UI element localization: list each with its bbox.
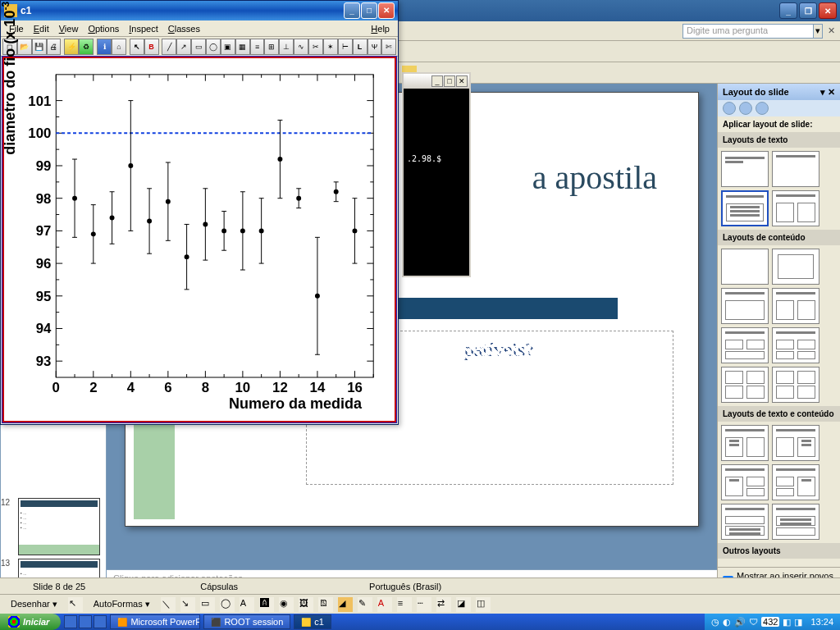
tb-curve[interactable]: ∿ [294,39,308,55]
term-min-button[interactable]: _ [431,75,443,87]
menu-view[interactable]: View [54,23,84,34]
layout-option[interactable] [721,327,769,363]
clock[interactable]: 13:24 [810,617,833,627]
tb-arrow[interactable]: ↗ [176,39,191,55]
draw-menu[interactable]: Desenhar ▾ [5,596,63,612]
start-button[interactable]: Iniciar [0,614,61,630]
tray-badge[interactable]: 432 [761,617,779,627]
picture-tool[interactable]: 🖻 [318,597,333,612]
tb-flash[interactable]: ⚡ [64,39,79,55]
tb-line[interactable]: ╱ [162,39,176,55]
3d-style[interactable]: ◫ [476,597,491,612]
thumb-12[interactable]: ▪ ...▪ ...▪ ...▪ ... [18,498,100,555]
tb-refresh[interactable]: ♻ [79,39,94,55]
layout-option[interactable] [772,504,819,540]
minimize-button[interactable]: _ [779,2,797,19]
term-max-button[interactable]: □ [444,75,455,87]
wordart-tool[interactable]: 🅰 [259,597,274,612]
layout-option[interactable] [772,327,819,363]
menu-options[interactable]: Options [83,23,124,34]
textbox-tool[interactable]: A [240,597,254,612]
line-color[interactable]: ✎ [358,597,372,612]
tray-icon[interactable]: ◨ [794,617,802,628]
question-dropdown[interactable]: ▾ [813,24,823,39]
menu-edit[interactable]: Edit [29,23,54,34]
arrow-style[interactable]: ⇄ [436,597,451,612]
tray-icon[interactable]: ◐ [723,617,731,628]
close-button[interactable]: ✕ [819,2,837,19]
menu-help[interactable]: Help [366,23,395,34]
arrow-tool[interactable]: ↘ [180,597,195,612]
tb-psi[interactable]: Ψ [368,39,382,55]
layout-option[interactable] [721,367,769,403]
tb-pave[interactable]: ▦ [235,39,250,55]
tray-icon[interactable]: ◷ [711,617,719,628]
tb-latex[interactable]: L [353,39,368,55]
tb-axis[interactable]: ⊢ [338,39,353,55]
root-close-button[interactable]: ✕ [378,2,395,19]
maximize-button[interactable]: ❐ [799,2,817,19]
slide-title[interactable]: a apostila [532,158,657,197]
layout-option[interactable] [721,151,769,187]
root-titlebar[interactable]: c1 _ □ ✕ [1,1,398,21]
tb-ellipse[interactable]: ◯ [206,39,221,55]
tb-info[interactable]: ℹ [97,39,112,55]
layout-option[interactable] [772,425,819,461]
tray-icon[interactable]: 🔊 [734,617,746,628]
tb-pointer[interactable]: ↖ [130,39,144,55]
layout-option[interactable] [772,464,819,500]
layout-option[interactable] [721,425,769,461]
tb-pavetext[interactable]: ⊞ [264,39,279,55]
tb-scissors[interactable]: ✄ [381,39,396,55]
layout-option[interactable] [772,151,819,187]
layout-option[interactable] [772,288,819,324]
fill-color[interactable]: ◢ [338,597,353,612]
font-color[interactable]: A [377,597,392,612]
layout-option[interactable] [721,464,769,500]
task-c1[interactable]: 🟨 c1 [294,614,331,629]
tb-rect[interactable]: ▭ [191,39,206,55]
tb-marker[interactable]: ✶ [323,39,338,55]
autoshapes-menu[interactable]: AutoFormas ▾ [88,596,156,612]
dash-style[interactable]: ┄ [417,597,431,612]
tb-pad[interactable]: ▣ [221,39,235,55]
ask-question-input[interactable]: Digite uma pergunta [682,24,814,39]
layout-option[interactable] [772,190,819,226]
task-root[interactable]: ⬛ ROOT session [203,614,290,629]
quick-launch[interactable] [64,615,107,628]
rect-tool[interactable]: ▭ [200,597,215,612]
root-minimize-button[interactable]: _ [344,2,360,19]
menu-inspect[interactable]: Inspect [124,23,162,34]
diagram-tool[interactable]: ◉ [279,597,294,612]
tb-text[interactable]: ≡ [250,39,265,55]
system-tray[interactable]: ◷ ◐ 🔊 🛡 432 ◧ ◨ 13:24 [705,614,840,630]
select-tool[interactable]: ↖ [68,597,83,612]
tb-home[interactable]: ⌂ [112,39,126,55]
tb-cut[interactable]: ✂ [308,39,323,55]
layout-option[interactable] [772,249,819,285]
task-ppt[interactable]: 🟧 Microsoft PowerPoint ... [110,614,200,629]
panel-nav[interactable] [718,100,840,116]
tb-button[interactable]: B [144,39,159,55]
line-tool[interactable]: ＼ [161,597,176,612]
oval-tool[interactable]: ◯ [220,597,235,612]
layout-option[interactable] [721,504,769,540]
layout-option[interactable] [772,367,819,403]
line-style[interactable]: ≡ [397,597,412,612]
tray-icon[interactable]: 🛡 [749,617,758,627]
chart-canvas[interactable]: diametro do fio (x 10-3 mm) Numero da me… [2,57,396,422]
root-maximize-button[interactable]: □ [361,2,377,19]
tray-icon[interactable]: ◧ [783,617,791,628]
term-close-button[interactable]: ✕ [456,75,468,87]
layout-option[interactable] [721,249,769,285]
layout-option[interactable] [721,288,769,324]
shadow-style[interactable]: ◪ [456,597,471,612]
tb-open[interactable]: 📂 [17,39,32,55]
layout-option[interactable] [721,190,769,226]
menu-classes[interactable]: Classes [163,23,205,34]
tb-print[interactable]: 🖨 [47,39,62,55]
terminal-window[interactable]: _ □ ✕ .2.98.$ [402,72,471,277]
tb-save[interactable]: 💾 [32,39,47,55]
clipart-tool[interactable]: 🖼 [299,597,313,612]
root-canvas-window[interactable]: c1 _ □ ✕ File Edit View Options Inspect … [0,0,399,425]
